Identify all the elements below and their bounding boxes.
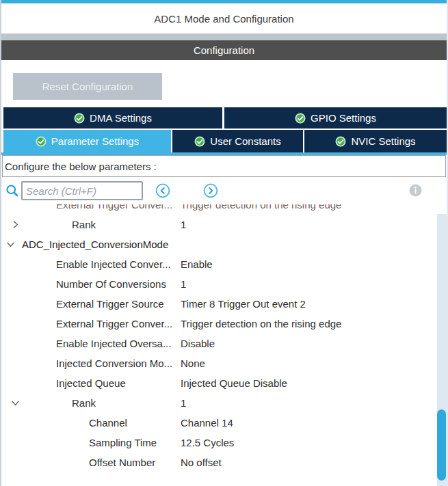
tab-gpio-settings[interactable]: GPIO Settings (224, 107, 447, 129)
tab-label: Parameter Settings (51, 135, 139, 147)
tab-label: NVIC Settings (351, 135, 415, 147)
param-label: Offset Number (89, 453, 155, 472)
scrollbar-thumb[interactable] (437, 409, 446, 481)
tab-parameter-settings[interactable]: Parameter Settings (3, 130, 171, 152)
param-value: No offset (181, 453, 222, 472)
tab-row-top: DMA Settings GPIO Settings (1, 107, 447, 129)
adc1-config-panel: ADC1 Mode and Configuration Configuratio… (0, 0, 448, 486)
param-value: 1 (181, 274, 186, 294)
green-check-icon (295, 113, 306, 124)
table-row[interactable]: Enable Injected Oversa... Disable (1, 334, 447, 353)
table-row[interactable]: Injected Conversion Mo... None (1, 353, 447, 373)
magnifier-icon (5, 183, 20, 198)
table-row[interactable]: Rank 1 (1, 215, 447, 234)
tab-label: DMA Settings (90, 112, 152, 124)
tab-nvic-settings[interactable]: NVIC Settings (304, 130, 447, 152)
configuration-header-bar: Configuration (1, 40, 447, 60)
param-label: Injected Conversion Mo... (56, 353, 172, 373)
table-row[interactable]: Offset Number No offset (1, 453, 447, 472)
param-label: Enable Injected Oversa... (56, 334, 171, 353)
param-value: Timer 8 Trigger Out event 2 (181, 294, 306, 314)
toolbar: Reset Configuration (1, 60, 447, 107)
table-row[interactable]: Sampling Time 12.5 Cycles (1, 433, 447, 453)
tab-label: GPIO Settings (311, 112, 376, 124)
param-value: Injected Queue Disable (181, 373, 287, 393)
tab-row-bottom: Parameter Settings User Constants NVIC S… (1, 130, 447, 152)
param-value: Disable (181, 334, 215, 353)
param-group-label: ADC_Injected_ConversionMode (22, 234, 168, 254)
green-check-icon (194, 136, 205, 147)
search-toolbar (1, 177, 447, 204)
search-input[interactable] (21, 181, 143, 200)
param-value: Enable (181, 254, 213, 274)
table-row[interactable]: Injected Queue Injected Queue Disable (1, 373, 447, 393)
param-label: Number Of Conversions (56, 274, 166, 294)
tab-user-constants[interactable]: User Constants (172, 130, 303, 152)
info-icon[interactable] (409, 184, 422, 197)
param-label: Injected Queue (56, 373, 126, 393)
tab-dma-settings[interactable]: DMA Settings (3, 107, 222, 129)
param-label: Rank (72, 215, 96, 234)
panel-title-bar: ADC1 Mode and Configuration (1, 3, 447, 33)
param-value: None (181, 353, 205, 373)
param-label: External Trigger Conver... (56, 314, 172, 334)
divider-strip (1, 33, 447, 40)
table-row[interactable]: Rank 1 (1, 393, 447, 413)
param-value: 12.5 Cycles (181, 433, 234, 453)
param-value: Channel 14 (181, 413, 233, 433)
param-label: External Trigger Source (56, 294, 164, 314)
param-value: Trigger detection on the rising edge (181, 204, 341, 215)
param-value: Trigger detection on the rising edge (181, 314, 341, 334)
table-row[interactable]: Enable Injected Conver... Enable (1, 254, 447, 274)
tab-label: User Constants (210, 135, 280, 147)
param-label: External Trigger Conver... (56, 204, 172, 215)
chevron-right-icon[interactable] (11, 220, 20, 229)
parameter-tree: External Trigger Conver... Trigger detec… (1, 204, 447, 486)
configuration-header-label: Configuration (194, 44, 254, 56)
chevron-down-icon[interactable] (11, 399, 20, 407)
table-row[interactable]: External Trigger Conver... Trigger detec… (1, 204, 447, 215)
table-row[interactable]: ADC_Injected_ConversionMode (1, 234, 447, 254)
param-label: Rank (72, 393, 96, 413)
chevron-down-icon[interactable] (6, 240, 15, 249)
table-row[interactable]: External Trigger Conver... Trigger detec… (1, 314, 447, 334)
green-check-icon (335, 136, 346, 147)
table-row[interactable]: External Trigger Source Timer 8 Trigger … (1, 294, 447, 314)
param-value: 1 (181, 215, 186, 234)
table-row[interactable]: Number Of Conversions 1 (1, 274, 447, 294)
param-label: Sampling Time (89, 433, 157, 453)
panel-title: ADC1 Mode and Configuration (154, 13, 293, 25)
param-value: 1 (181, 393, 186, 413)
circle-chevron-left-icon[interactable] (155, 183, 170, 198)
parameters-header-box: Configure the below parameters : (2, 155, 446, 177)
green-check-icon (74, 113, 85, 124)
param-label: Channel (89, 413, 127, 433)
param-label: Enable Injected Conver... (56, 254, 171, 274)
table-row[interactable]: Channel Channel 14 (1, 413, 447, 433)
reset-configuration-button[interactable]: Reset Configuration (13, 73, 162, 100)
green-check-icon (36, 136, 47, 147)
parameters-header-label: Configure the below parameters : (5, 161, 157, 172)
circle-chevron-right-icon[interactable] (203, 183, 218, 198)
